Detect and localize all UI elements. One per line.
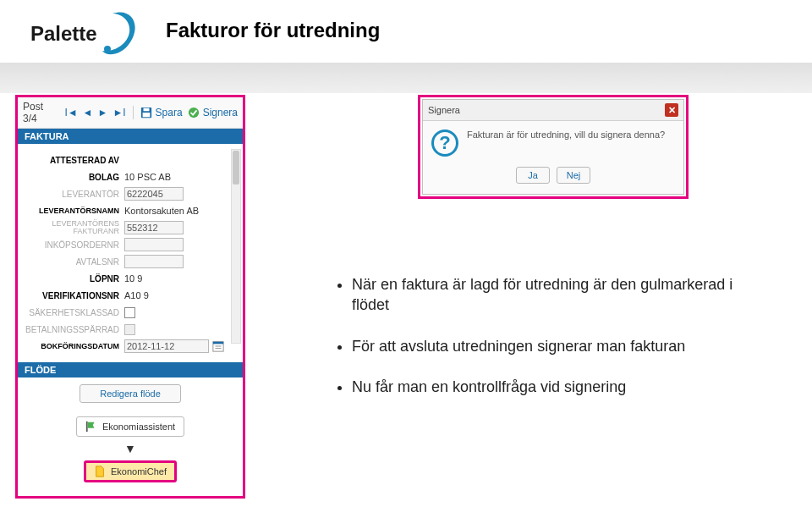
- nav-prev-icon[interactable]: ◄: [83, 107, 93, 118]
- post-counter: Post 3/4: [23, 101, 59, 124]
- value-verifikationsnr: A10 9: [124, 290, 149, 300]
- svg-rect-2: [143, 108, 149, 112]
- checkbox-sakerhetsklassad[interactable]: [124, 307, 135, 318]
- toolbar: Post 3/4 I◄ ◄ ► ►I Spara Signera: [18, 97, 243, 129]
- logo-text: Palette: [30, 22, 97, 46]
- nav-first-icon[interactable]: I◄: [64, 107, 77, 118]
- input-leverantor[interactable]: [124, 187, 184, 201]
- flow-diagram: Ekonomiassistent ▼ EkonomiChef: [18, 411, 243, 496]
- bullet-1: När en faktura är lagd för utredning är …: [352, 274, 749, 316]
- checkbox-betalningssparrad: [124, 324, 135, 335]
- no-button[interactable]: Nej: [557, 167, 590, 184]
- label-betalningssparrad: BETALNINGSSPÄRRAD: [21, 325, 124, 334]
- save-button[interactable]: Spara: [140, 107, 183, 118]
- logo-swirl-icon: [96, 8, 140, 59]
- input-bokforingsdatum[interactable]: [124, 339, 209, 353]
- flag-green-icon: [85, 421, 97, 433]
- value-leverantorsnamn: Kontorsakuten AB: [124, 206, 199, 216]
- disk-icon: [140, 107, 152, 118]
- svg-point-0: [104, 46, 111, 52]
- section-header-faktura: FAKTURA: [18, 129, 243, 144]
- label-sakerhetsklassad: SÄKERHETSKLASSAD: [21, 308, 124, 317]
- dialog-title: Signera: [428, 105, 460, 115]
- bullet-3: Nu får man en kontrollfråga vid signerin…: [352, 377, 749, 397]
- flow-step-1: Ekonomiassistent: [76, 416, 184, 437]
- label-lopnr: LÖPNR: [21, 274, 124, 284]
- question-icon: ?: [431, 129, 458, 157]
- input-avtalsnr[interactable]: [124, 255, 184, 268]
- nav-next-icon[interactable]: ►: [98, 107, 108, 118]
- value-bolag: 10 PSC AB: [124, 172, 171, 182]
- sign-button[interactable]: Signera: [188, 107, 238, 118]
- page-title: Fakturor för utredning: [166, 19, 380, 42]
- yes-button[interactable]: Ja: [516, 167, 550, 184]
- label-verifikationsnr: VERIFIKATIONSNR: [21, 291, 124, 300]
- label-bolag: BOLAG: [21, 173, 124, 182]
- nav-last-icon[interactable]: ►I: [112, 107, 125, 118]
- input-inkopsordernr[interactable]: [124, 238, 184, 251]
- explanation-bullets: När en faktura är lagd för utredning är …: [335, 274, 749, 417]
- scrollbar[interactable]: [231, 149, 241, 344]
- confirm-dialog: Signera ✕ ? Fakturan är för utredning, v…: [422, 99, 684, 195]
- label-inkopsordernr: INKÖPSORDERNR: [21, 240, 124, 250]
- bullet-2: För att avsluta utredningen signerar man…: [352, 336, 749, 356]
- label-leverantorsnamn: LEVERANTÖRSNAMN: [21, 207, 124, 215]
- svg-rect-9: [86, 422, 88, 432]
- invoice-form: ATTESTERAD AV BOLAG 10 PSC AB LEVERANTÖR…: [18, 144, 243, 362]
- svg-point-4: [189, 107, 199, 118]
- label-lev-fakturanr: LEVERANTÖRENS FAKTURANR: [21, 220, 124, 235]
- logo: Palette: [30, 8, 140, 59]
- input-lev-fakturanr[interactable]: [124, 221, 184, 234]
- close-icon[interactable]: ✕: [665, 103, 678, 117]
- label-bokforingsdatum: BOKFÖRINGSDATUM: [21, 342, 124, 350]
- section-header-flode: FLÖDE: [18, 362, 243, 377]
- svg-rect-3: [142, 113, 150, 117]
- edit-flow-button[interactable]: Redigera flöde: [80, 384, 181, 403]
- check-icon: [188, 107, 200, 118]
- flow-step-2: EkonomiChef: [84, 460, 177, 482]
- document-yellow-icon: [94, 466, 106, 477]
- svg-rect-6: [213, 342, 223, 344]
- label-avtalsnr: AVTALSNR: [21, 257, 124, 267]
- label-attesterad: ATTESTERAD AV: [21, 156, 124, 165]
- invoice-panel: Post 3/4 I◄ ◄ ► ►I Spara Signera FAKTURA…: [15, 95, 245, 499]
- calendar-icon[interactable]: [212, 340, 224, 352]
- confirm-dialog-wrap: Signera ✕ ? Fakturan är för utredning, v…: [418, 95, 689, 199]
- scrollbar-thumb[interactable]: [233, 151, 239, 185]
- label-leverantor: LEVERANTÖR: [21, 190, 124, 199]
- value-lopnr: 10 9: [124, 273, 142, 284]
- dialog-message: Fakturan är för utredning, vill du signe…: [467, 129, 665, 157]
- arrow-down-icon: ▼: [124, 442, 136, 455]
